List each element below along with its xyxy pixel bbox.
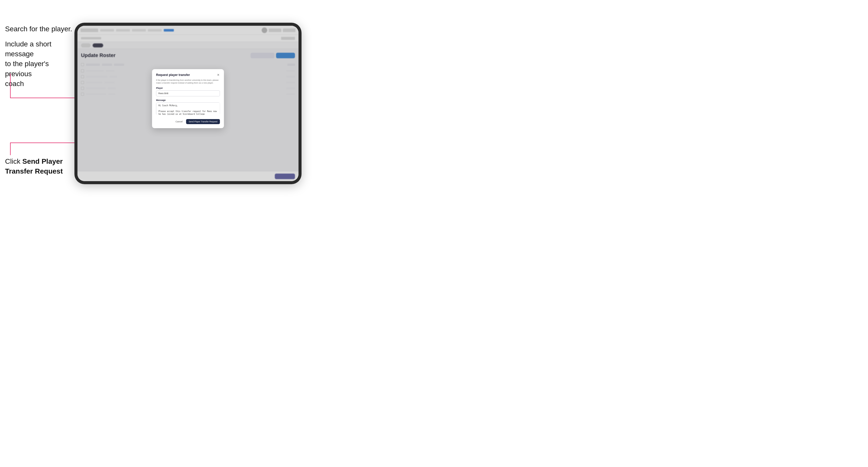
annotation-click-prefix: Click [5, 157, 22, 165]
tablet-device: Update Roster [74, 23, 302, 184]
message-label: Message [156, 99, 220, 101]
modal-header: Request player transfer ✕ [156, 73, 220, 77]
close-icon[interactable]: ✕ [217, 73, 220, 77]
annotation-search-text: Search for the player. [5, 24, 72, 34]
modal-description: If the player is transferring from anoth… [156, 79, 220, 84]
player-input[interactable] [156, 90, 220, 96]
arrow-1-vertical [10, 74, 10, 98]
modal-dialog: Request player transfer ✕ If the player … [152, 69, 224, 128]
annotation-message-text: Include a short messageto the player's p… [5, 39, 71, 89]
tablet-screen: Update Roster [78, 26, 299, 181]
annotation-click-text: Click Send Player Transfer Request [5, 156, 66, 176]
modal-title: Request player transfer [156, 73, 190, 77]
modal-footer: Cancel Send Player Transfer Request [156, 119, 220, 124]
player-label: Player [156, 87, 220, 89]
send-transfer-request-button[interactable]: Send Player Transfer Request [186, 119, 220, 124]
arrow-2-vertical-start [10, 143, 10, 155]
modal-overlay: Request player transfer ✕ If the player … [78, 26, 299, 181]
cancel-button[interactable]: Cancel [174, 119, 184, 124]
message-textarea[interactable]: Hi Coach McHarg, Please accept this tran… [156, 102, 220, 115]
